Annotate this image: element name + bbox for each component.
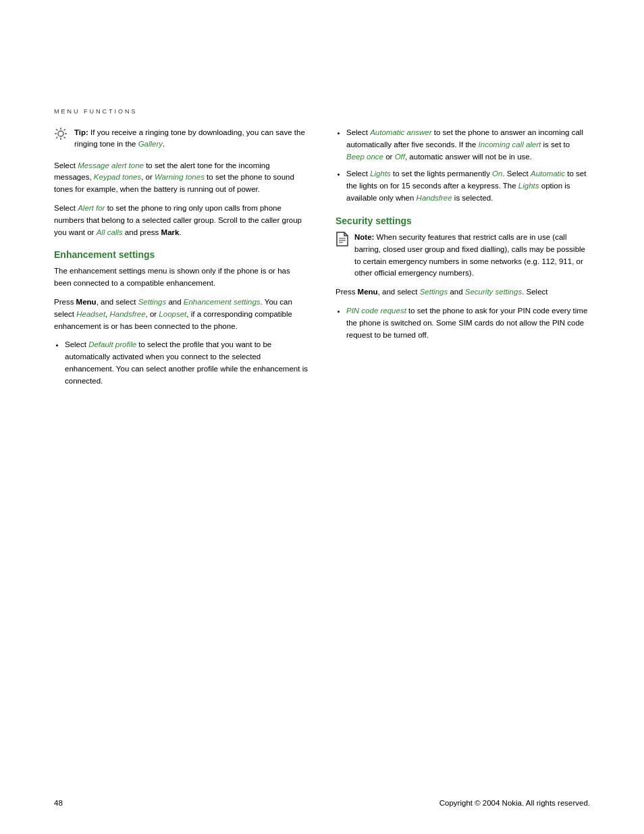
tip-bold-label: Tip: [74,128,88,136]
default-profile-item: Select Default profile to select the pro… [65,339,308,387]
note-icon [336,232,349,249]
tip-text: Tip: If you receive a ringing tone by do… [74,127,308,151]
menu-bold-2: Menu [358,288,378,296]
settings-link-1: Settings [138,298,167,306]
tip-gallery-link: Gallery [138,140,163,148]
tip-box: Tip: If you receive a ringing tone by do… [54,127,308,151]
loopset-link: Loopset [159,310,186,318]
on-link: On [492,170,502,178]
message-alert-link: Message alert tone [78,161,144,170]
beep-once-link: Beep once [346,153,383,161]
tip-end: . [163,140,165,148]
two-column-layout: Tip: If you receive a ringing tone by do… [54,127,590,394]
svg-line-5 [56,129,57,130]
enhancement-heading: Enhancement settings [54,249,308,260]
note-bold-label: Note: [354,233,374,241]
note-box: Note: When security features that restri… [336,232,590,280]
alert-for-link: Alert for [78,204,105,212]
message-alert-para: Select Message alert tone to set the ale… [54,160,308,196]
default-profile-link: Default profile [88,340,136,348]
enhancement-para1: The enhancement settings menu is shown o… [54,265,308,290]
svg-point-0 [58,131,63,136]
right-bullet-list-1: Select Automatic answer to set the phone… [346,127,590,205]
enhancement-bullet-list: Select Default profile to select the pro… [65,339,308,387]
tip-body: If you receive a ringing tone by downloa… [74,128,305,148]
all-calls-link: All calls [97,228,123,236]
warning-tones-link: Warning tones [155,173,205,181]
note-text: Note: When security features that restri… [354,232,590,280]
enhancement-para2: Press Menu, and select Settings and Enha… [54,296,308,332]
off-link-1: Off [395,153,405,161]
mark-bold: Mark [161,228,180,236]
handsfree-link-2: Handsfree [417,194,452,202]
page-footer: 48 Copyright © 2004 Nokia. All rights re… [54,799,590,807]
copyright-text: Copyright © 2004 Nokia. All rights reser… [439,799,590,807]
security-settings-link: Security settings [465,288,522,296]
headset-link: Headset [76,310,105,318]
page: Menu functions [0,0,644,834]
svg-line-8 [56,137,57,138]
alert-for-para: Select Alert for to set the phone to rin… [54,203,308,238]
svg-line-7 [64,129,65,130]
lights-link-1: Lights [370,170,391,178]
automatic-answer-item: Select Automatic answer to set the phone… [346,127,590,163]
page-number: 48 [54,799,63,807]
lights-item: Select Lights to set the lights permanen… [346,168,590,204]
security-para1: Press Menu, and select Settings and Secu… [336,286,590,298]
keypad-tones-link: Keypad tones [94,173,141,181]
automatic-answer-link: Automatic answer [370,128,431,136]
left-column: Tip: If you receive a ringing tone by do… [54,127,308,394]
menu-bold-1: Menu [76,298,97,306]
settings-link-2: Settings [420,288,448,296]
incoming-call-alert-link: Incoming call alert [479,140,541,149]
security-bullet-list: PIN code request to set the phone to ask… [346,305,590,341]
pin-code-item: PIN code request to set the phone to ask… [346,305,590,341]
right-column: Select Automatic answer to set the phone… [336,127,590,394]
enhancement-settings-link: Enhancement settings [184,298,261,306]
tip-icon [54,127,68,140]
handsfree-link-1: Handsfree [109,310,145,318]
automatic-link: Automatic [531,170,565,178]
svg-line-6 [64,137,65,138]
section-label: Menu functions [54,108,590,115]
security-heading: Security settings [336,215,590,226]
pin-code-request-link: PIN code request [346,307,406,315]
lights-link-2: Lights [518,182,539,190]
